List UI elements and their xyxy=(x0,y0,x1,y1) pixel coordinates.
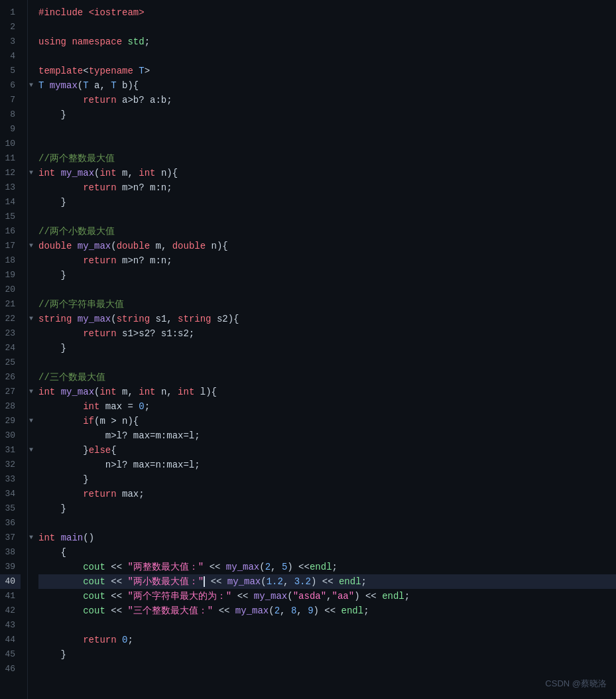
code-editor[interactable]: 1 2 3 4 5 6 7 8 9 10 11 12 13 14 15 16 1… xyxy=(0,0,616,699)
code-line-28: int max = 0; xyxy=(38,399,616,414)
ln-22: 22 xyxy=(0,312,21,326)
code-line-14: } xyxy=(38,195,616,210)
ln-15: 15 xyxy=(0,210,21,224)
fold-arrow-17[interactable]: ▼ xyxy=(29,239,38,253)
ln-35: 35 xyxy=(0,501,21,516)
ln-37: 37 xyxy=(0,531,21,545)
fold-arrow-22[interactable]: ▼ xyxy=(29,312,38,326)
code-line-32: n>l? max=n:max=l; xyxy=(38,458,616,472)
fold-arrow-37[interactable]: ▼ xyxy=(29,531,38,545)
ln-40: 40 xyxy=(0,574,21,589)
code-line-21: //两个字符串最大值 xyxy=(38,297,616,312)
ln-39: 39 xyxy=(0,560,21,574)
code-line-19: } xyxy=(38,268,616,283)
code-line-6: ▼ T mymax(T a, T b){ xyxy=(38,78,616,93)
code-line-39: cout << "两整数最大值：" << my_max(2, 5) <<endl… xyxy=(38,560,616,574)
code-line-31: ▼ }else{ xyxy=(38,443,616,458)
ln-10: 10 xyxy=(0,137,21,151)
ln-31: 31 xyxy=(0,443,21,458)
code-line-18: return m>n? m:n; xyxy=(38,253,616,268)
code-line-22: ▼ string my_max(string s1, string s2){ xyxy=(38,312,616,326)
ln-27: 27 xyxy=(0,385,21,399)
ln-12: 12 xyxy=(0,166,21,180)
code-line-38: { xyxy=(38,545,616,560)
code-line-24: } xyxy=(38,341,616,355)
code-line-23: return s1>s2? s1:s2; xyxy=(38,326,616,341)
code-line-7: return a>b? a:b; xyxy=(38,93,616,107)
code-content[interactable]: #include <iostream> using namespace std;… xyxy=(28,0,616,699)
code-line-25 xyxy=(38,355,616,370)
ln-43: 43 xyxy=(0,618,21,633)
fold-arrow-29[interactable]: ▼ xyxy=(29,414,38,428)
ln-28: 28 xyxy=(0,399,21,414)
ln-38: 38 xyxy=(0,545,21,560)
ln-33: 33 xyxy=(0,472,21,487)
fold-arrow-27[interactable]: ▼ xyxy=(29,385,38,399)
ln-2: 2 xyxy=(0,20,21,34)
line-numbers: 1 2 3 4 5 6 7 8 9 10 11 12 13 14 15 16 1… xyxy=(0,0,28,699)
ln-20: 20 xyxy=(0,283,21,297)
ln-19: 19 xyxy=(0,268,21,283)
code-line-35: } xyxy=(38,501,616,516)
code-line-27: ▼ int my_max(int m, int n, int l){ xyxy=(38,385,616,399)
code-line-5: template<typename T> xyxy=(38,64,616,78)
ln-36: 36 xyxy=(0,516,21,531)
fold-arrow-31[interactable]: ▼ xyxy=(29,443,38,458)
ln-44: 44 xyxy=(0,633,21,647)
code-line-12: ▼ int my_max(int m, int n){ xyxy=(38,166,616,180)
code-line-3: using namespace std; xyxy=(38,34,616,49)
ln-25: 25 xyxy=(0,355,21,370)
ln-1: 1 xyxy=(0,5,21,20)
code-line-46 xyxy=(38,662,616,676)
fold-arrow-6[interactable]: ▼ xyxy=(29,78,38,93)
code-line-29: ▼ if(m > n){ xyxy=(38,414,616,428)
code-line-9 xyxy=(38,122,616,137)
code-line-11: //两个整数最大值 xyxy=(38,151,616,166)
ln-41: 41 xyxy=(0,589,21,604)
code-line-26: //三个数最大值 xyxy=(38,370,616,385)
ln-18: 18 xyxy=(0,253,21,268)
code-line-10 xyxy=(38,137,616,151)
ln-42: 42 xyxy=(0,604,21,618)
ln-17: 17 xyxy=(0,239,21,253)
fold-arrow-12[interactable]: ▼ xyxy=(29,166,38,180)
ln-11: 11 xyxy=(0,151,21,166)
ln-30: 30 xyxy=(0,428,21,443)
ln-34: 34 xyxy=(0,487,21,501)
ln-6: 6 xyxy=(0,78,21,93)
code-line-15 xyxy=(38,210,616,224)
watermark: CSDN @蔡晓洛 xyxy=(545,678,607,690)
ln-45: 45 xyxy=(0,647,21,662)
code-line-1: #include <iostream> xyxy=(38,5,616,20)
code-line-2 xyxy=(38,20,616,34)
code-line-45: } xyxy=(38,647,616,662)
ln-9: 9 xyxy=(0,122,21,137)
ln-8: 8 xyxy=(0,107,21,122)
code-line-20 xyxy=(38,283,616,297)
ln-32: 32 xyxy=(0,458,21,472)
ln-21: 21 xyxy=(0,297,21,312)
code-line-42: cout << "三个整数最大值：" << my_max(2, 8, 9) <<… xyxy=(38,604,616,618)
ln-26: 26 xyxy=(0,370,21,385)
ln-24: 24 xyxy=(0,341,21,355)
ln-16: 16 xyxy=(0,224,21,239)
ln-4: 4 xyxy=(0,49,21,64)
ln-7: 7 xyxy=(0,93,21,107)
code-line-30: m>l? max=m:max=l; xyxy=(38,428,616,443)
code-line-33: } xyxy=(38,472,616,487)
code-line-4 xyxy=(38,49,616,64)
ln-13: 13 xyxy=(0,180,21,195)
code-line-40: cout << "两小数最大值：" << my_max(1.2, 3.2) <<… xyxy=(38,574,616,589)
code-line-13: return m>n? m:n; xyxy=(38,180,616,195)
ln-23: 23 xyxy=(0,326,21,341)
code-line-8: } xyxy=(38,107,616,122)
ln-3: 3 xyxy=(0,34,21,49)
code-line-37: ▼ int main() xyxy=(38,531,616,545)
code-line-16: //两个小数最大值 xyxy=(38,224,616,239)
ln-46: 46 xyxy=(0,662,21,676)
code-line-17: ▼ double my_max(double m, double n){ xyxy=(38,239,616,253)
ln-29: 29 xyxy=(0,414,21,428)
code-line-44: return 0; xyxy=(38,633,616,647)
code-line-41: cout << "两个字符串最大的为：" << my_max("asda","a… xyxy=(38,589,616,604)
ln-5: 5 xyxy=(0,64,21,78)
